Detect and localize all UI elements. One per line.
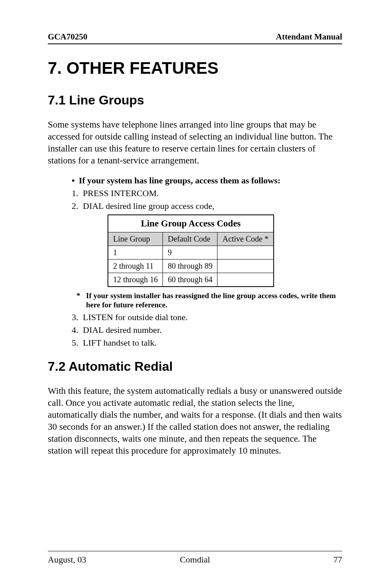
step-row: 1. PRESS INTERCOM. bbox=[72, 188, 342, 199]
table-footnote: * If your system installer has reassigne… bbox=[76, 291, 342, 310]
bullet-instruction: • If your system has line groups, access… bbox=[72, 175, 342, 186]
step-number: 3. bbox=[72, 312, 83, 323]
header-left: GCA70250 bbox=[48, 32, 87, 42]
col-header: Line Group bbox=[108, 232, 163, 246]
section-7-2-body: With this feature, the system automatica… bbox=[48, 385, 342, 456]
table-cell bbox=[217, 259, 274, 273]
footer-center: Comdial bbox=[180, 555, 210, 565]
table-cell: 60 through 64 bbox=[163, 273, 217, 287]
step-text: PRESS INTERCOM. bbox=[83, 188, 159, 199]
table-row: 2 through 11 80 through 89 bbox=[108, 259, 274, 273]
table-cell: 80 through 89 bbox=[163, 259, 217, 273]
section-7-1-title: 7.1 Line Groups bbox=[48, 93, 342, 108]
table-cell bbox=[217, 246, 274, 259]
access-codes-table-wrap: Line Group Access Codes Line Group Defau… bbox=[108, 214, 342, 287]
step-row: 3. LISTEN for outside dial tone. bbox=[72, 312, 342, 323]
access-codes-table: Line Group Access Codes Line Group Defau… bbox=[108, 214, 274, 287]
page-header: GCA70250 Attendant Manual bbox=[48, 32, 342, 44]
table-title: Line Group Access Codes bbox=[108, 215, 274, 232]
step-text: DIAL desired number. bbox=[83, 325, 162, 335]
table-cell: 12 through 16 bbox=[108, 273, 163, 287]
footnote-text: If your system installer has reassigned … bbox=[86, 291, 342, 310]
step-row: 4. DIAL desired number. bbox=[72, 325, 342, 335]
step-text: DIAL desired line group access code, bbox=[83, 201, 214, 211]
footer-right: 77 bbox=[333, 555, 342, 565]
table-cell: 9 bbox=[163, 246, 217, 259]
bullet-icon: • bbox=[72, 175, 75, 186]
table-cell: 2 through 11 bbox=[108, 259, 163, 273]
bullet-text: If your system has line groups, access t… bbox=[79, 175, 280, 186]
section-7-2-title: 7.2 Automatic Redial bbox=[48, 359, 342, 374]
table-cell bbox=[217, 273, 274, 287]
col-header: Active Code * bbox=[217, 232, 274, 246]
table-cell: 1 bbox=[108, 246, 163, 259]
step-text: LISTEN for outside dial tone. bbox=[83, 312, 188, 323]
step-text: LIFT handset to talk. bbox=[83, 338, 157, 348]
footnote-star: * bbox=[76, 291, 86, 310]
table-row: 1 9 bbox=[108, 246, 274, 259]
table-row: 12 through 16 60 through 64 bbox=[108, 273, 274, 287]
col-header: Default Code bbox=[163, 232, 217, 246]
step-number: 2. bbox=[72, 201, 83, 211]
step-number: 4. bbox=[72, 325, 83, 335]
step-number: 1. bbox=[72, 188, 83, 199]
step-row: 2. DIAL desired line group access code, bbox=[72, 201, 342, 211]
step-row: 5. LIFT handset to talk. bbox=[72, 338, 342, 348]
footer-line bbox=[48, 551, 342, 551]
header-right: Attendant Manual bbox=[276, 32, 342, 42]
section-7-1-body: Some systems have telephone lines arrang… bbox=[48, 119, 342, 167]
chapter-title: 7. OTHER FEATURES bbox=[48, 59, 342, 78]
step-number: 5. bbox=[72, 338, 83, 348]
page-footer: August, 03 Comdial 77 bbox=[48, 555, 342, 565]
footer-left: August, 03 bbox=[48, 555, 86, 565]
